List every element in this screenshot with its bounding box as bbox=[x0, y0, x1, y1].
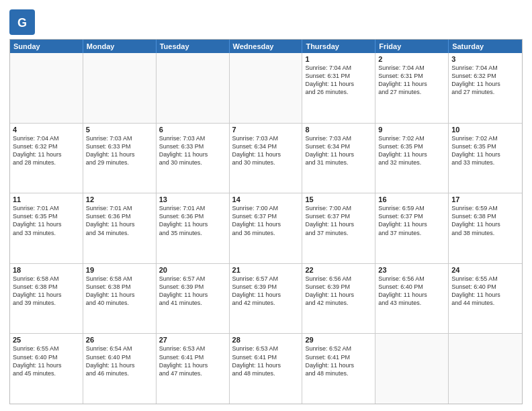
calendar-header-cell: Sunday bbox=[10, 40, 83, 53]
calendar-cell: 11Sunrise: 7:01 AM Sunset: 6:35 PM Dayli… bbox=[10, 193, 83, 263]
day-info: Sunrise: 7:04 AM Sunset: 6:31 PM Dayligh… bbox=[378, 64, 445, 97]
day-info: Sunrise: 7:03 AM Sunset: 6:34 PM Dayligh… bbox=[305, 134, 372, 167]
calendar-cell: 15Sunrise: 7:00 AM Sunset: 6:37 PM Dayli… bbox=[302, 193, 375, 263]
calendar-cell bbox=[375, 334, 449, 404]
calendar-cell: 16Sunrise: 6:59 AM Sunset: 6:37 PM Dayli… bbox=[375, 193, 449, 263]
day-number: 27 bbox=[159, 336, 226, 344]
day-number: 7 bbox=[232, 126, 300, 134]
day-number: 15 bbox=[305, 195, 372, 203]
logo: G bbox=[9, 7, 37, 35]
day-info: Sunrise: 7:02 AM Sunset: 6:35 PM Dayligh… bbox=[451, 134, 519, 167]
calendar-cell bbox=[83, 53, 157, 123]
day-number: 8 bbox=[305, 126, 372, 134]
day-info: Sunrise: 7:03 AM Sunset: 6:34 PM Dayligh… bbox=[232, 134, 300, 167]
calendar-cell: 10Sunrise: 7:02 AM Sunset: 6:35 PM Dayli… bbox=[449, 124, 522, 193]
calendar-week-row: 4Sunrise: 7:04 AM Sunset: 6:32 PM Daylig… bbox=[10, 124, 522, 194]
calendar-cell: 25Sunrise: 6:55 AM Sunset: 6:40 PM Dayli… bbox=[10, 334, 83, 404]
day-info: Sunrise: 6:57 AM Sunset: 6:39 PM Dayligh… bbox=[159, 275, 226, 308]
day-number: 5 bbox=[86, 126, 153, 134]
calendar-cell: 22Sunrise: 6:56 AM Sunset: 6:39 PM Dayli… bbox=[302, 264, 375, 334]
day-number: 2 bbox=[378, 55, 445, 63]
day-info: Sunrise: 6:58 AM Sunset: 6:38 PM Dayligh… bbox=[13, 275, 80, 308]
day-info: Sunrise: 6:53 AM Sunset: 6:41 PM Dayligh… bbox=[159, 345, 226, 377]
calendar-cell bbox=[157, 53, 230, 123]
day-info: Sunrise: 7:02 AM Sunset: 6:35 PM Dayligh… bbox=[378, 134, 445, 167]
day-number: 16 bbox=[378, 195, 445, 203]
day-number: 26 bbox=[86, 336, 153, 344]
calendar-cell: 12Sunrise: 7:01 AM Sunset: 6:36 PM Dayli… bbox=[83, 193, 157, 263]
day-info: Sunrise: 7:01 AM Sunset: 6:35 PM Dayligh… bbox=[13, 204, 80, 237]
calendar-cell: 26Sunrise: 6:54 AM Sunset: 6:40 PM Dayli… bbox=[83, 334, 157, 404]
calendar-header-cell: Monday bbox=[83, 40, 157, 53]
header-row: G bbox=[9, 7, 523, 35]
day-info: Sunrise: 7:03 AM Sunset: 6:33 PM Dayligh… bbox=[159, 134, 226, 167]
calendar-cell: 8Sunrise: 7:03 AM Sunset: 6:34 PM Daylig… bbox=[302, 124, 375, 193]
day-info: Sunrise: 7:04 AM Sunset: 6:32 PM Dayligh… bbox=[451, 64, 519, 97]
calendar-cell: 4Sunrise: 7:04 AM Sunset: 6:32 PM Daylig… bbox=[10, 124, 83, 193]
day-number: 17 bbox=[451, 195, 519, 203]
day-info: Sunrise: 6:58 AM Sunset: 6:38 PM Dayligh… bbox=[86, 275, 153, 308]
calendar-week-row: 18Sunrise: 6:58 AM Sunset: 6:38 PM Dayli… bbox=[10, 264, 522, 334]
calendar-cell: 17Sunrise: 6:59 AM Sunset: 6:38 PM Dayli… bbox=[449, 193, 522, 263]
calendar-cell bbox=[449, 334, 522, 404]
day-info: Sunrise: 7:00 AM Sunset: 6:37 PM Dayligh… bbox=[305, 204, 372, 237]
day-number: 20 bbox=[159, 266, 226, 274]
day-info: Sunrise: 7:01 AM Sunset: 6:36 PM Dayligh… bbox=[86, 204, 153, 237]
day-number: 28 bbox=[232, 336, 300, 344]
calendar-cell: 5Sunrise: 7:03 AM Sunset: 6:33 PM Daylig… bbox=[83, 124, 157, 193]
calendar-cell: 20Sunrise: 6:57 AM Sunset: 6:39 PM Dayli… bbox=[157, 264, 230, 334]
day-info: Sunrise: 7:04 AM Sunset: 6:32 PM Dayligh… bbox=[13, 134, 80, 167]
calendar-cell: 19Sunrise: 6:58 AM Sunset: 6:38 PM Dayli… bbox=[83, 264, 157, 334]
calendar-cell bbox=[10, 53, 83, 123]
day-number: 22 bbox=[305, 266, 372, 274]
calendar-header-cell: Saturday bbox=[449, 40, 522, 53]
day-number: 21 bbox=[232, 266, 300, 274]
calendar-cell: 18Sunrise: 6:58 AM Sunset: 6:38 PM Dayli… bbox=[10, 264, 83, 334]
day-number: 24 bbox=[451, 266, 519, 274]
calendar-header-cell: Tuesday bbox=[157, 40, 230, 53]
calendar-header-cell: Thursday bbox=[302, 40, 375, 53]
day-number: 1 bbox=[305, 55, 372, 63]
calendar-cell: 13Sunrise: 7:01 AM Sunset: 6:36 PM Dayli… bbox=[157, 193, 230, 263]
calendar-cell: 7Sunrise: 7:03 AM Sunset: 6:34 PM Daylig… bbox=[230, 124, 303, 193]
calendar-cell: 2Sunrise: 7:04 AM Sunset: 6:31 PM Daylig… bbox=[375, 53, 449, 123]
calendar-cell: 27Sunrise: 6:53 AM Sunset: 6:41 PM Dayli… bbox=[157, 334, 230, 404]
calendar-cell: 9Sunrise: 7:02 AM Sunset: 6:35 PM Daylig… bbox=[375, 124, 449, 193]
day-info: Sunrise: 6:55 AM Sunset: 6:40 PM Dayligh… bbox=[13, 345, 80, 377]
day-info: Sunrise: 6:55 AM Sunset: 6:40 PM Dayligh… bbox=[451, 275, 519, 308]
svg-text:G: G bbox=[17, 16, 27, 30]
day-info: Sunrise: 7:03 AM Sunset: 6:33 PM Dayligh… bbox=[86, 134, 153, 167]
day-info: Sunrise: 6:56 AM Sunset: 6:40 PM Dayligh… bbox=[378, 275, 445, 308]
day-number: 12 bbox=[86, 195, 153, 203]
day-number: 29 bbox=[305, 336, 372, 344]
day-info: Sunrise: 6:59 AM Sunset: 6:38 PM Dayligh… bbox=[451, 204, 519, 237]
day-number: 11 bbox=[13, 195, 80, 203]
calendar-cell: 21Sunrise: 6:57 AM Sunset: 6:39 PM Dayli… bbox=[230, 264, 303, 334]
day-number: 19 bbox=[86, 266, 153, 274]
calendar-week-row: 11Sunrise: 7:01 AM Sunset: 6:35 PM Dayli… bbox=[10, 193, 522, 264]
logo-icon: G bbox=[9, 9, 35, 35]
day-info: Sunrise: 6:57 AM Sunset: 6:39 PM Dayligh… bbox=[232, 275, 300, 308]
calendar-cell: 14Sunrise: 7:00 AM Sunset: 6:37 PM Dayli… bbox=[230, 193, 303, 263]
calendar-cell: 28Sunrise: 6:53 AM Sunset: 6:41 PM Dayli… bbox=[230, 334, 303, 404]
calendar-cell: 24Sunrise: 6:55 AM Sunset: 6:40 PM Dayli… bbox=[449, 264, 522, 334]
day-number: 14 bbox=[232, 195, 300, 203]
day-info: Sunrise: 7:01 AM Sunset: 6:36 PM Dayligh… bbox=[159, 204, 226, 237]
day-number: 10 bbox=[451, 126, 519, 134]
day-number: 4 bbox=[13, 126, 80, 134]
calendar-cell: 23Sunrise: 6:56 AM Sunset: 6:40 PM Dayli… bbox=[375, 264, 449, 334]
calendar-week-row: 25Sunrise: 6:55 AM Sunset: 6:40 PM Dayli… bbox=[10, 334, 522, 404]
day-number: 18 bbox=[13, 266, 80, 274]
calendar: SundayMondayTuesdayWednesdayThursdayFrid… bbox=[9, 39, 523, 404]
day-number: 23 bbox=[378, 266, 445, 274]
day-info: Sunrise: 6:52 AM Sunset: 6:41 PM Dayligh… bbox=[305, 345, 372, 377]
calendar-header: SundayMondayTuesdayWednesdayThursdayFrid… bbox=[10, 40, 522, 53]
day-info: Sunrise: 6:59 AM Sunset: 6:37 PM Dayligh… bbox=[378, 204, 445, 237]
calendar-cell: 29Sunrise: 6:52 AM Sunset: 6:41 PM Dayli… bbox=[302, 334, 375, 404]
day-number: 9 bbox=[378, 126, 445, 134]
day-number: 13 bbox=[159, 195, 226, 203]
calendar-header-cell: Wednesday bbox=[230, 40, 303, 53]
calendar-cell bbox=[230, 53, 303, 123]
day-info: Sunrise: 7:04 AM Sunset: 6:31 PM Dayligh… bbox=[305, 64, 372, 97]
calendar-header-cell: Friday bbox=[375, 40, 449, 53]
